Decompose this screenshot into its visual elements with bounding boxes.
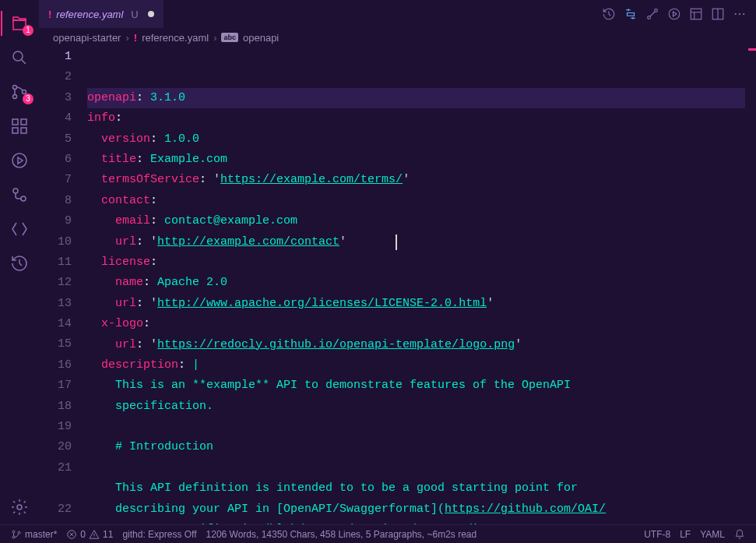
debug-icon[interactable] — [1, 143, 38, 178]
githd-status[interactable]: githd: Express Off — [118, 525, 201, 543]
svg-point-8 — [12, 153, 26, 167]
editor[interactable]: 12345678910111213141516171819202122 open… — [39, 47, 756, 524]
document-stats[interactable]: 1206 Words, 14350 Chars, 458 Lines, 5 Pa… — [202, 525, 482, 543]
remote-icon[interactable] — [1, 212, 38, 246]
diff-icon[interactable] — [1, 178, 38, 212]
tab-dirty-dot — [148, 11, 154, 17]
encoding-indicator[interactable]: UTF-8 — [639, 525, 675, 543]
svg-rect-4 — [12, 119, 18, 125]
tab-status: U — [131, 9, 138, 20]
breadcrumb-folder[interactable]: openapi-starter — [53, 32, 121, 44]
svg-rect-7 — [21, 119, 26, 125]
code-content[interactable]: openapi: 3.1.0info: version: 1.0.0 title… — [87, 47, 756, 524]
line-numbers: 12345678910111213141516171819202122 — [39, 47, 87, 524]
minimap[interactable] — [745, 47, 756, 524]
symbol-icon: abc — [221, 33, 238, 42]
svg-point-0 — [13, 51, 23, 61]
run-icon[interactable] — [667, 7, 681, 21]
svg-point-21 — [12, 536, 15, 538]
language-indicator[interactable]: YAML — [695, 525, 730, 543]
svg-rect-15 — [691, 9, 701, 19]
text-cursor — [396, 234, 397, 250]
svg-point-10 — [21, 196, 26, 201]
editor-actions — [602, 0, 756, 28]
breadcrumb-file[interactable]: reference.yaml — [142, 32, 209, 44]
preview-icon[interactable] — [689, 7, 703, 21]
svg-point-18 — [739, 13, 740, 15]
diff-changes-icon[interactable] — [624, 7, 638, 21]
tab-bar: ! reference.yaml U — [39, 0, 756, 28]
source-control-icon[interactable]: 3 — [1, 75, 38, 109]
breadcrumb-symbol[interactable]: openapi — [243, 32, 279, 44]
yaml-file-icon: ! — [134, 32, 137, 44]
svg-point-12 — [648, 16, 651, 19]
svg-point-22 — [18, 531, 20, 534]
eol-indicator[interactable]: LF — [675, 525, 695, 543]
status-bar: master* 0 11 githd: Express Off 1206 Wor… — [0, 524, 756, 543]
tab-filename: reference.yaml — [56, 9, 123, 20]
chevron-right-icon: › — [125, 32, 128, 44]
svg-point-20 — [12, 531, 15, 533]
explorer-icon[interactable]: 1 — [1, 6, 38, 41]
split-icon[interactable] — [711, 7, 725, 21]
svg-point-17 — [735, 13, 737, 15]
svg-point-9 — [13, 189, 18, 193]
extensions-icon[interactable] — [1, 109, 38, 143]
compare-icon[interactable] — [645, 7, 659, 21]
tab-reference-yaml[interactable]: ! reference.yaml U — [39, 0, 164, 28]
activity-bar: 1 3 — [0, 0, 39, 524]
svg-point-11 — [17, 505, 22, 510]
svg-point-19 — [743, 13, 744, 15]
svg-point-2 — [13, 95, 17, 99]
svg-rect-5 — [12, 128, 18, 133]
svg-rect-6 — [21, 128, 26, 133]
timeline-icon[interactable] — [1, 246, 38, 280]
svg-point-13 — [655, 9, 658, 12]
notifications-icon[interactable] — [730, 525, 750, 543]
settings-gear-icon[interactable] — [1, 490, 38, 524]
scm-badge: 3 — [23, 93, 33, 104]
chevron-right-icon: › — [213, 32, 216, 44]
more-icon[interactable] — [733, 7, 747, 21]
search-icon[interactable] — [1, 41, 38, 75]
problems-indicator[interactable]: 0 11 — [62, 525, 118, 543]
yaml-file-icon: ! — [48, 9, 51, 20]
svg-point-1 — [13, 86, 17, 90]
explorer-badge: 1 — [23, 25, 33, 36]
svg-point-14 — [669, 9, 680, 19]
history-icon[interactable] — [602, 7, 616, 21]
branch-indicator[interactable]: master* — [6, 525, 62, 543]
breadcrumb[interactable]: openapi-starter › ! reference.yaml › abc… — [39, 28, 756, 47]
